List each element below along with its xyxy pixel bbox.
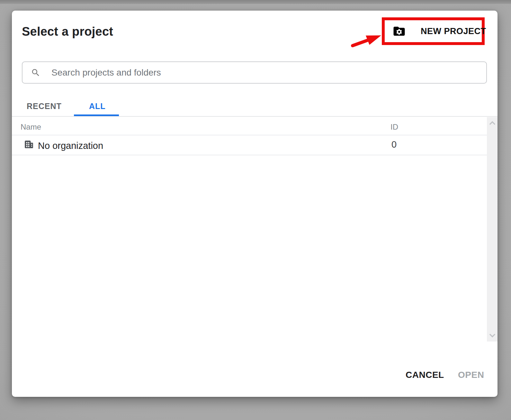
select-project-dialog: Select a project NEW PROJECT RECENT ALL …: [12, 11, 498, 397]
scroll-up-button[interactable]: [489, 121, 496, 125]
row-name: No organization: [38, 141, 103, 151]
row-id: 0: [391, 139, 397, 150]
scrollbar[interactable]: [487, 117, 498, 342]
tab-recent[interactable]: RECENT: [27, 102, 62, 111]
new-project-label: NEW PROJECT: [421, 26, 486, 36]
table-row[interactable]: No organization 0: [12, 135, 487, 155]
folder-gear-icon: [390, 24, 408, 38]
row-divider: [12, 155, 487, 155]
search-input[interactable]: [51, 62, 480, 83]
tabs-divider: [12, 116, 498, 117]
annotation-highlight-box: NEW PROJECT: [382, 17, 485, 45]
scroll-down-button[interactable]: [489, 333, 496, 338]
search-box: [22, 61, 487, 84]
cancel-button[interactable]: CANCEL: [406, 370, 444, 380]
organization-icon: [24, 139, 34, 149]
search-icon: [31, 68, 40, 78]
new-project-button[interactable]: NEW PROJECT: [385, 20, 482, 42]
chevron-up-icon: [489, 121, 496, 125]
chevron-down-icon: [489, 333, 496, 338]
dialog-title: Select a project: [22, 25, 113, 39]
background-top-band: [0, 0, 511, 4]
tab-all[interactable]: ALL: [89, 102, 106, 111]
column-header-id: ID: [390, 123, 398, 132]
open-button[interactable]: OPEN: [458, 370, 484, 380]
column-header-name: Name: [21, 123, 41, 132]
